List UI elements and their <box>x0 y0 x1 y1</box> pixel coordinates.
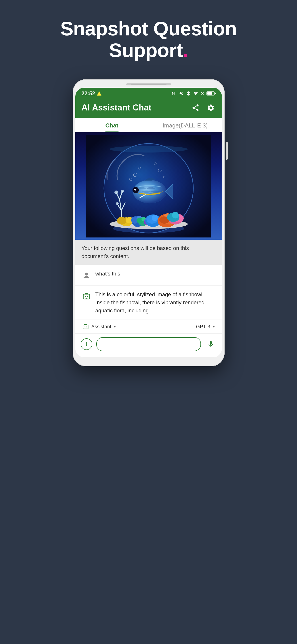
fishbowl-image <box>75 132 222 240</box>
tab-image[interactable]: Image(DALL-E 3) <box>149 118 222 132</box>
svg-point-10 <box>116 202 119 205</box>
svg-point-52 <box>84 326 85 327</box>
assistant-chevron: ▼ <box>113 325 117 329</box>
assistant-icon <box>82 323 90 331</box>
svg-point-45 <box>109 146 188 152</box>
mute-icon <box>179 91 184 96</box>
info-text: Your following questions will be based o… <box>82 245 189 259</box>
user-message-text: what's this <box>95 270 120 278</box>
bottom-toolbar: Assistant ▼ GPT-3 ▼ <box>75 320 222 334</box>
svg-rect-51 <box>84 324 87 325</box>
svg-point-48 <box>85 296 86 297</box>
bluetooth-icon <box>186 91 191 96</box>
svg-point-49 <box>87 296 88 297</box>
svg-point-12 <box>117 217 127 224</box>
battery-icon <box>207 92 216 96</box>
mic-button[interactable] <box>205 338 217 350</box>
svg-point-9 <box>121 190 124 193</box>
svg-point-33 <box>172 212 179 218</box>
app-header: AI Assistant Chat <box>75 99 222 118</box>
status-time: 22:52 <box>82 90 101 96</box>
svg-point-53 <box>86 326 87 327</box>
page-heading: Snapshot Question Support. <box>60 18 237 61</box>
assistant-selector[interactable]: Assistant ▼ <box>82 323 117 331</box>
svg-rect-47 <box>85 293 88 294</box>
assistant-label: Assistant <box>91 324 111 330</box>
status-icons: N <box>172 91 216 96</box>
title-dot: . <box>183 39 188 61</box>
message-input[interactable] <box>96 337 201 351</box>
app-title: AI Assistant Chat <box>82 103 152 112</box>
chat-message-bot: This is a colorful, stylized image of a … <box>75 286 222 320</box>
chat-message-user: what's this <box>75 265 222 286</box>
wifi-icon <box>193 91 198 96</box>
phone-device: 22:52 N <box>73 79 225 366</box>
svg-point-24 <box>152 215 158 221</box>
bot-avatar <box>82 291 91 301</box>
bot-message-text: This is a colorful, stylized image of a … <box>95 290 216 314</box>
status-bar: 22:52 N <box>75 88 222 99</box>
title-line1: Snapshot Question <box>60 18 237 40</box>
svg-rect-50 <box>83 325 88 329</box>
svg-point-8 <box>114 190 118 194</box>
time-display: 22:52 <box>82 90 95 96</box>
input-area: + <box>75 334 222 357</box>
phone-screen: 22:52 N <box>75 88 222 357</box>
gpt-label: GPT-3 <box>196 324 210 330</box>
settings-button[interactable] <box>206 103 216 113</box>
gpt-chevron: ▼ <box>212 325 216 329</box>
user-avatar <box>82 270 91 280</box>
tab-chat-label: Chat <box>105 122 118 129</box>
signal-icon: ✕ <box>201 91 204 96</box>
header-icons <box>191 103 216 113</box>
gpt-selector[interactable]: GPT-3 ▼ <box>196 324 215 330</box>
tab-image-label: Image(DALL-E 3) <box>162 122 208 129</box>
svg-text:N: N <box>172 91 175 96</box>
phone-notch <box>126 83 171 86</box>
share-button[interactable] <box>191 103 201 113</box>
add-icon: + <box>84 340 88 348</box>
warning-icon <box>97 91 101 96</box>
info-bar: Your following questions will be based o… <box>75 240 222 265</box>
add-button[interactable]: + <box>81 338 92 350</box>
tab-chat[interactable]: Chat <box>75 118 149 132</box>
fishbowl-svg <box>86 134 211 238</box>
nfc-icon: N <box>172 91 177 96</box>
tabs-bar: Chat Image(DALL-E 3) <box>75 118 222 132</box>
title-line2: Support <box>109 39 183 61</box>
power-button <box>226 142 228 160</box>
svg-point-44 <box>134 189 136 190</box>
